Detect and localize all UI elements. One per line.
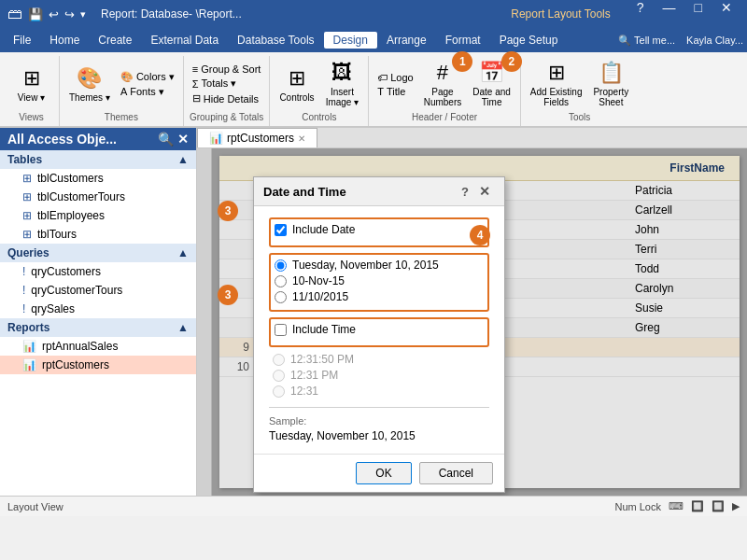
views-group-content: ⊞ View ▾ [14,58,49,110]
fonts-icon: A [120,86,127,97]
close-button[interactable]: ✕ [713,0,740,28]
ribbon-btn-title[interactable]: T Title [374,85,416,98]
themes-group-content: 🎨 Themes ▾ 🎨 Colors ▾ A Fonts ▾ [65,58,177,110]
include-time-checkbox[interactable] [275,324,287,336]
colors-label: Colors ▾ [136,71,175,83]
ribbon-group-header-footer: 🏷 Logo T Title # PageNumbers 1 [369,56,521,126]
ribbon-btn-colors[interactable]: 🎨 Colors ▾ [118,70,177,84]
menu-format[interactable]: Format [436,32,490,49]
ribbon-btn-page-numbers[interactable]: # PageNumbers 1 [420,59,466,109]
group-sort-label: Group & Sort [201,63,261,75]
sidebar-section-queries[interactable]: Queries ▲ [0,244,196,262]
sidebar-item-tblcustomers[interactable]: ⊞ tblCustomers [0,169,196,188]
menu-home[interactable]: Home [40,32,89,49]
ribbon-btn-controls[interactable]: ⊞ Controls [275,64,317,105]
callout-4: 4 [470,225,490,245]
totals-label: Totals ▾ [202,77,237,90]
doc-tab-rptcustomers[interactable]: 📊 rptCustomers ✕ [197,128,317,147]
cancel-button[interactable]: Cancel [419,462,493,484]
callout-2: 2 [501,51,522,72]
sidebar-close-icon[interactable]: ✕ [177,132,189,147]
menu-page-setup[interactable]: Page Setup [490,32,568,49]
include-date-checkbox[interactable] [275,224,287,236]
help-button[interactable]: ? [629,0,652,28]
include-date-row: Include Date [275,223,484,236]
app-icon: 🗃 [7,6,22,22]
header-footer-content: 🏷 Logo T Title # PageNumbers 1 [374,58,514,110]
dialog-help-btn[interactable]: ? [461,185,469,199]
ribbon-btn-hide-details[interactable]: ⊟ Hide Details [190,91,264,105]
ribbon-btn-add-existing[interactable]: ⊞ Add ExistingFields [527,59,586,109]
dialog-sample: Sample: Tuesday, November 10, 2015 [269,407,489,442]
quick-access-save[interactable]: 💾 [28,7,43,21]
date-format-label-1: Tuesday, November 10, 2015 [292,259,439,272]
status-icon-3: 🔲 [712,500,725,512]
ribbon-btn-insert-image[interactable]: 🖼 InsertImage ▾ [322,59,363,109]
reports-section-label: Reports [7,321,49,334]
include-time-section: Include Time [269,317,489,347]
menu-file[interactable]: File [4,32,40,49]
sidebar-section-tables[interactable]: Tables ▲ [0,150,196,169]
quick-access-undo[interactable]: ↩ [49,7,59,21]
menu-create[interactable]: Create [89,32,141,49]
menu-arrange[interactable]: Arrange [377,32,436,49]
quick-access-more[interactable]: ▾ [80,8,86,21]
sidebar-item-rptcustomers[interactable]: 📊 rptCustomers [0,356,196,374]
include-date-label[interactable]: Include Date [292,223,355,236]
header-footer-small-left: 🏷 Logo T Title [374,71,416,98]
sidebar-item-qrycustomertours[interactable]: ! qryCustomerTours [0,281,196,300]
menu-design[interactable]: Design [324,32,377,49]
logo-icon: 🏷 [377,72,388,83]
sidebar-item-qrycustomers[interactable]: ! qryCustomers [0,262,196,281]
sidebar-item-tbltours[interactable]: ⊞ tblTours [0,225,196,244]
ribbon-btn-themes[interactable]: 🎨 Themes ▾ [65,64,114,105]
sidebar-item-tblcustomertours[interactable]: ⊞ tblCustomerTours [0,188,196,206]
sidebar-item-qrysales[interactable]: ! qrySales [0,300,196,318]
date-format-label-2: 10-Nov-15 [292,274,345,287]
sidebar-section-reports[interactable]: Reports ▲ [0,318,196,337]
menu-database-tools[interactable]: Database Tools [228,32,324,49]
user-name: Kayla Clay... [686,35,743,46]
views-label: Views [19,112,44,124]
time-format-radio-3[interactable] [273,385,285,398]
date-time-dialog: Date and Time ? ✕ Include Date [253,176,505,493]
doc-tab-close[interactable]: ✕ [298,133,305,144]
property-sheet-label: PropertySheet [593,87,628,107]
status-left: Layout View [7,501,63,512]
menu-external-data[interactable]: External Data [141,32,228,49]
date-format-radio-3[interactable] [275,291,287,303]
date-format-radio-2[interactable] [275,275,287,287]
ribbon-btn-group-sort[interactable]: ≡ Group & Sort [190,63,264,76]
minimize-button[interactable]: — [655,0,684,28]
tell-me-box[interactable]: 🔍 Tell me... [618,35,675,47]
time-format-radio-1[interactable] [273,354,285,366]
date-time-icon: 📅 [479,61,504,85]
date-format-radio-1[interactable] [275,259,287,272]
quick-access-redo[interactable]: ↪ [64,7,75,21]
dialog-close-btn[interactable]: ✕ [474,183,495,200]
ribbon-btn-view[interactable]: ⊞ View ▾ [14,64,49,105]
date-format-row-2: 10-Nov-15 [275,274,484,287]
status-icon-4: ▶ [732,500,740,512]
qrycustomertours-label: qryCustomerTours [31,284,122,297]
time-format-label-1: 12:31:50 PM [290,353,354,366]
tbltours-label: tblTours [37,228,77,241]
callout-3a: 3 [218,201,238,221]
ribbon-btn-date-time[interactable]: 📅 Date andTime 2 [469,59,514,109]
query-icon-3: ! [22,302,25,315]
include-time-label[interactable]: Include Time [292,323,356,336]
ribbon-btn-property-sheet[interactable]: 📋 PropertySheet [589,59,632,109]
sidebar-search-icon[interactable]: 🔍 [158,132,174,147]
ok-button[interactable]: OK [356,462,411,484]
maximize-button[interactable]: □ [687,0,710,28]
ribbon-btn-totals[interactable]: Σ Totals ▾ [190,77,264,91]
rptannualsales-label: rptAnnualSales [42,340,118,353]
ribbon-btn-logo[interactable]: 🏷 Logo [374,71,416,84]
sidebar-item-rptannualsales[interactable]: 📊 rptAnnualSales [0,337,196,356]
time-formats-section: 12:31:50 PM 12:31 PM 12:31 [269,353,489,398]
header-footer-label: Header / Footer [412,112,477,124]
title-bar-left: 🗃 💾 ↩ ↪ ▾ Report: Database- \Report... [7,6,242,22]
time-format-radio-2[interactable] [273,370,285,382]
sidebar-item-tblemployees[interactable]: ⊞ tblEmployees [0,206,196,225]
ribbon-btn-fonts[interactable]: A Fonts ▾ [118,85,177,99]
